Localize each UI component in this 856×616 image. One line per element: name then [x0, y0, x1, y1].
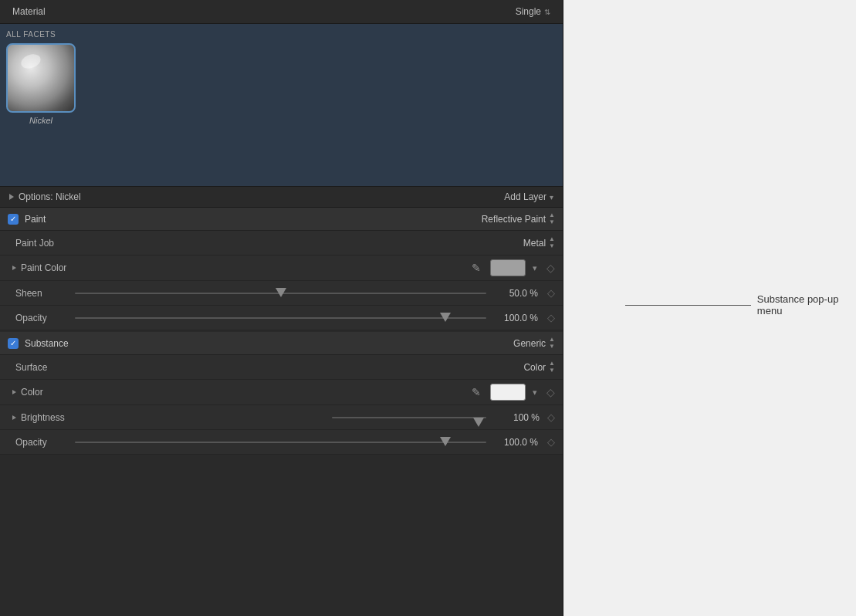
color-row: Color ✎ ▾ ◇: [0, 380, 563, 405]
sheen-keyframe-icon[interactable]: ◇: [547, 287, 555, 299]
annotation-line: [625, 305, 751, 306]
brightness-keyframe-icon[interactable]: ◇: [547, 411, 555, 423]
paint-opacity-row: Opacity 100.0 % ◇: [0, 306, 563, 330]
options-left[interactable]: Options: Nickel: [9, 191, 81, 202]
substance-opacity-slider[interactable]: [75, 442, 486, 443]
surface-row: Surface Color ▲▼: [0, 355, 563, 380]
surface-stepper-icon: ▲▼: [549, 360, 555, 374]
substance-opacity-thumb-icon: [440, 437, 451, 448]
brightness-row: Brightness 100 % ◇: [0, 405, 563, 430]
substance-section-name: Substance: [25, 338, 507, 349]
paint-opacity-value: 100.0 %: [496, 313, 538, 323]
paint-opacity-keyframe-icon[interactable]: ◇: [547, 312, 555, 323]
facets-label: ALL FACETS: [6, 30, 557, 39]
surface-label: Surface: [15, 362, 47, 373]
substance-checkbox[interactable]: [8, 338, 19, 349]
color-swatch-chevron-icon[interactable]: ▾: [533, 388, 537, 398]
substance-type-stepper-icon: ▲▼: [549, 337, 555, 350]
paint-color-swatch[interactable]: [490, 259, 526, 276]
brightness-label: Brightness: [21, 412, 65, 423]
panel-header: Material Single ⇅: [0, 0, 563, 24]
paint-opacity-slider[interactable]: [75, 317, 486, 319]
annotation: Substance pop-up menu: [625, 293, 856, 316]
paint-section-name: Paint: [25, 214, 475, 225]
substance-opacity-row: Opacity 100.0 % ◇: [0, 430, 563, 455]
color-expand-icon: [12, 390, 16, 394]
facets-area: ALL FACETS Nickel: [0, 24, 563, 186]
paint-opacity-label: Opacity: [15, 313, 66, 323]
annotation-text: Substance pop-up menu: [757, 293, 856, 316]
sheen-row: Sheen 50.0 % ◇: [0, 281, 563, 306]
sheen-value: 50.0 %: [496, 288, 538, 299]
sheen-slider[interactable]: [75, 293, 486, 294]
surface-select[interactable]: Color ▲▼: [523, 360, 555, 374]
add-layer-button[interactable]: Add Layer ▾: [504, 191, 553, 202]
mode-stepper-icon: ⇅: [544, 8, 550, 16]
paint-color-row: Paint Color ✎ ▾ ◇: [0, 256, 563, 281]
paint-color-swatch-chevron-icon[interactable]: ▾: [533, 263, 537, 273]
paint-checkbox[interactable]: [8, 214, 19, 225]
add-layer-chevron-icon: ▾: [550, 193, 553, 201]
substance-opacity-keyframe-icon[interactable]: ◇: [547, 436, 555, 448]
brightness-expand-icon: [12, 415, 16, 420]
mode-select[interactable]: Single ⇅: [516, 6, 550, 17]
paint-type-select[interactable]: Reflective Paint ▲▼: [482, 212, 555, 225]
substance-section-header: Substance Generic ▲▼: [0, 332, 563, 355]
paint-job-stepper-icon: ▲▼: [549, 236, 555, 249]
paint-color-keyframe-icon[interactable]: ◇: [546, 262, 555, 274]
facet-item[interactable]: Nickel: [6, 43, 76, 125]
panel-title: Material: [12, 6, 46, 17]
substance-opacity-value: 100.0 %: [496, 437, 538, 448]
sheen-thumb-icon: [276, 288, 286, 299]
paint-opacity-thumb-icon: [440, 313, 451, 323]
paint-job-row: Paint Job Metal ▲▼: [0, 231, 563, 256]
facet-name: Nickel: [29, 116, 52, 125]
substance-opacity-label: Opacity: [15, 437, 66, 448]
color-keyframe-icon[interactable]: ◇: [546, 386, 555, 398]
paint-color-label: Paint Color: [21, 262, 66, 273]
right-area: Substance pop-up menu: [563, 0, 856, 616]
paint-section-header: Paint Reflective Paint ▲▼: [0, 208, 563, 231]
facet-thumbnail: [6, 43, 76, 113]
options-expand-icon: [9, 194, 14, 200]
sheen-label: Sheen: [15, 288, 66, 299]
color-swatch[interactable]: [490, 384, 526, 401]
material-panel: Material Single ⇅ ALL FACETS Nickel Opti…: [0, 0, 563, 616]
substance-type-select[interactable]: Generic ▲▼: [513, 337, 555, 350]
paint-color-eyedropper-icon[interactable]: ✎: [472, 262, 481, 274]
paint-job-select[interactable]: Metal ▲▼: [523, 236, 555, 249]
brightness-slider[interactable]: [332, 417, 486, 418]
color-label: Color: [21, 387, 43, 398]
options-bar: Options: Nickel Add Layer ▾: [0, 186, 563, 208]
color-eyedropper-icon[interactable]: ✎: [472, 386, 481, 398]
brightness-value: 100 %: [497, 412, 540, 423]
paint-type-stepper-icon: ▲▼: [549, 212, 555, 225]
paint-job-label: Paint Job: [15, 238, 54, 249]
options-label: Options: Nickel: [19, 191, 81, 202]
paint-color-expand-icon: [12, 266, 16, 270]
